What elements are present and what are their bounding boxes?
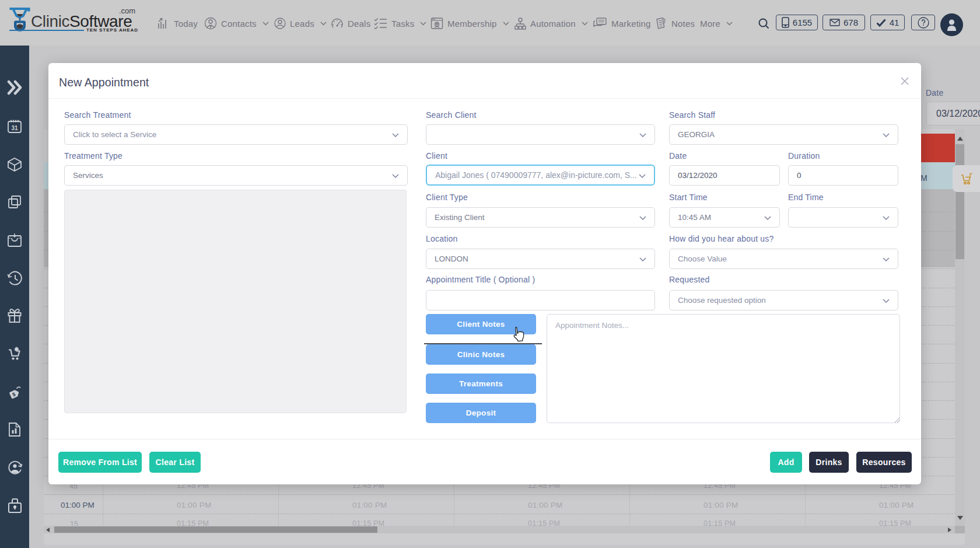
svg-text:31: 31 [11,125,18,131]
